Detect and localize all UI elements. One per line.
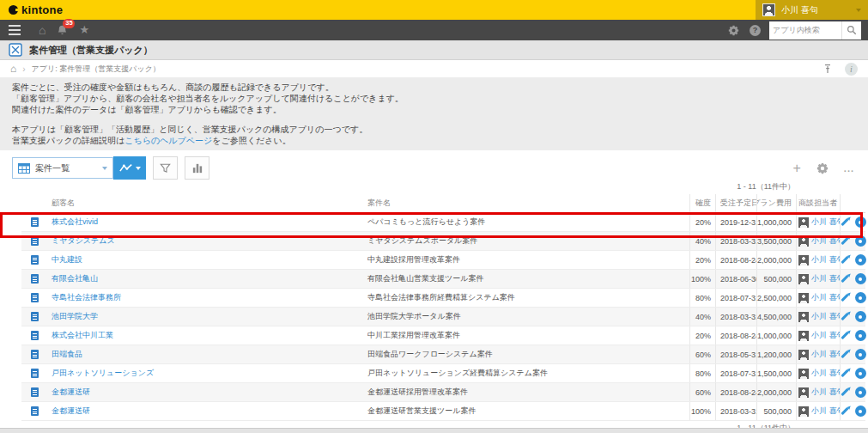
record-action-icon[interactable] [855, 292, 866, 303]
col-header-date[interactable]: 受注予定日 [715, 194, 756, 212]
info-icon[interactable]: i [845, 63, 858, 76]
help-icon[interactable]: ? [750, 25, 761, 36]
record-document-icon[interactable] [31, 217, 39, 227]
graph-button[interactable] [113, 156, 146, 180]
record-action-icon[interactable] [855, 273, 866, 284]
edit-pencil-icon[interactable] [841, 313, 848, 320]
col-header-customer[interactable]: 顧客名 [47, 194, 363, 212]
record-action-icon[interactable] [855, 368, 866, 379]
record-action-icon[interactable] [855, 216, 866, 228]
probability-value: 80% [689, 364, 715, 382]
record-document-icon[interactable] [31, 387, 39, 397]
breadcrumb-home-icon[interactable]: ⌂ [10, 63, 16, 75]
customer-link[interactable]: 戸田ネットソリューションズ [52, 368, 154, 379]
search-input[interactable] [769, 21, 841, 40]
edit-pencil-icon[interactable] [841, 407, 848, 415]
app-description: 案件ごとに、受注の確度や金額はもちろん、商談の履歴も記録できるアプリです。 「顧… [0, 77, 868, 150]
rep-link[interactable]: 小川 喜句 [811, 406, 840, 417]
rep-link[interactable]: 小川 喜句 [811, 254, 840, 265]
customer-link[interactable]: 中丸建設 [52, 254, 82, 265]
customer-link[interactable]: 株式会社vivid [52, 216, 98, 228]
edit-pencil-icon[interactable] [841, 218, 848, 226]
rep-link[interactable]: 小川 喜句 [811, 330, 840, 341]
rep-link[interactable]: 小川 喜句 [811, 216, 840, 228]
customer-link[interactable]: ミヤタシステムズ [52, 235, 115, 247]
edit-pencil-icon[interactable] [841, 332, 848, 339]
list-toolbar: 案件一覧 + ... [12, 156, 858, 180]
edit-pencil-icon[interactable] [841, 256, 848, 264]
customer-link[interactable]: 池田学院大学 [52, 311, 98, 322]
edit-pencil-icon[interactable] [841, 351, 848, 358]
rep-link[interactable]: 小川 喜句 [811, 349, 840, 360]
customer-link[interactable]: 金都運送研 [52, 406, 90, 417]
breadcrumb-path[interactable]: アプリ: 案件管理（営業支援パック） [32, 64, 161, 75]
probability-value: 20% [689, 213, 715, 231]
record-document-icon[interactable] [31, 293, 39, 302]
record-document-icon[interactable] [31, 274, 39, 284]
kintone-logo-text[interactable]: kintone [21, 3, 63, 16]
customer-link[interactable]: 株式会社中川工業 [52, 330, 113, 341]
edit-pencil-icon[interactable] [841, 275, 848, 283]
record-document-icon[interactable] [31, 331, 39, 340]
rep-link[interactable]: 小川 喜句 [811, 368, 840, 379]
kintone-app-page: kintone 小川 喜句 ⌂ 35 ★ ? [0, 0, 868, 433]
plan-cost-value: 1,200,000 [756, 345, 796, 363]
record-document-icon[interactable] [31, 369, 39, 378]
edit-pencil-icon[interactable] [841, 237, 848, 245]
record-action-icon[interactable] [855, 406, 866, 417]
record-document-icon[interactable] [31, 350, 39, 359]
rep-link[interactable]: 小川 喜句 [811, 273, 840, 284]
record-action-icon[interactable] [855, 254, 866, 265]
plan-cost-value: 1,500,000 [756, 364, 796, 382]
list-settings-gear-icon[interactable] [816, 162, 829, 174]
view-selector-dropdown[interactable]: 案件一覧 [12, 157, 113, 179]
table-row: 株式会社vivid ペパコミもっと流行らせよう案件 20% 2019-12-31… [21, 213, 865, 232]
rep-link[interactable]: 小川 喜句 [811, 311, 840, 322]
edit-pencil-icon[interactable] [841, 294, 848, 302]
case-name: 戸田ネットソリューションズ経費精算システム案件 [363, 364, 689, 382]
record-document-icon[interactable] [31, 406, 39, 416]
add-record-button[interactable]: + [792, 162, 800, 175]
home-icon[interactable]: ⌂ [39, 20, 46, 40]
chart-button[interactable] [185, 156, 209, 180]
filter-button[interactable] [153, 156, 178, 180]
case-name: 金都運送研採用管理改革案件 [363, 383, 689, 401]
help-page-link[interactable]: こちらのヘルプページ [124, 136, 212, 145]
pin-icon[interactable] [824, 64, 831, 74]
description-line: 営業支援パックの詳細説明はこちらのヘルプページをご参照ください。 [12, 135, 856, 146]
rep-link[interactable]: 小川 喜句 [811, 235, 840, 247]
case-name: 中丸建設採用管理改革案件 [363, 251, 689, 269]
record-action-icon[interactable] [855, 235, 866, 247]
description-line: 本アプリは「顧客管理」「活動履歴」と同じく、営業支援パックの構成アプリの一つです… [12, 124, 856, 135]
search-icon[interactable] [841, 21, 861, 40]
customer-link[interactable]: 寺島社会法律事務所 [52, 292, 121, 303]
edit-pencil-icon[interactable] [841, 369, 848, 377]
customer-link[interactable]: 有限会社亀山 [52, 273, 98, 284]
hamburger-menu-icon[interactable] [9, 29, 21, 31]
record-action-icon[interactable] [855, 387, 866, 398]
rep-link[interactable]: 小川 喜句 [811, 292, 840, 303]
notifications-bell-icon[interactable]: 35 [57, 25, 68, 36]
col-header-case[interactable]: 案件名 [363, 194, 689, 212]
record-document-icon[interactable] [31, 236, 39, 246]
more-options-button[interactable]: ... [844, 163, 854, 174]
favorites-star-icon[interactable]: ★ [79, 20, 89, 40]
record-action-icon[interactable] [855, 349, 866, 360]
customer-link[interactable]: 金都運送研 [52, 387, 90, 398]
table-row: 金都運送研 金都運送研採用管理改革案件 60% 2018-08-24 2,000… [21, 383, 865, 402]
chevron-down-icon [102, 167, 107, 170]
customer-link[interactable]: 田端食品 [52, 349, 82, 360]
record-action-icon[interactable] [855, 330, 866, 341]
rep-link[interactable]: 小川 喜句 [811, 387, 840, 398]
user-avatar-icon [798, 350, 809, 360]
col-header-probability[interactable]: 確度 [689, 194, 715, 212]
col-header-rep[interactable]: 商談担当者 [796, 194, 840, 212]
user-menu[interactable]: 小川 喜句 [756, 0, 868, 20]
record-document-icon[interactable] [31, 312, 39, 321]
order-date-value: 2018-03-31 [715, 232, 756, 250]
col-header-cost[interactable]: プラン費用 [756, 194, 796, 212]
edit-pencil-icon[interactable] [841, 388, 848, 396]
record-document-icon[interactable] [31, 255, 39, 265]
record-action-icon[interactable] [855, 311, 866, 322]
settings-gear-icon[interactable] [728, 25, 739, 36]
